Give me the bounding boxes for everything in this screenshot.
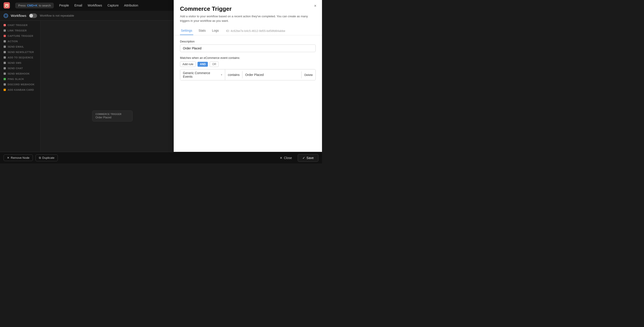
panel-title: Commerce Trigger bbox=[180, 5, 316, 12]
add-kanban-card-dot bbox=[4, 89, 6, 91]
node-send-webhook[interactable]: Send Webhook bbox=[0, 71, 40, 76]
commerce-node-card[interactable]: Commerce Trigger Order Placed bbox=[92, 110, 132, 121]
duplicate-button[interactable]: ⧉ Duplicate bbox=[36, 155, 58, 161]
commerce-trigger-panel: × Commerce Trigger Add a visitor to your… bbox=[174, 0, 322, 152]
save-label: Save bbox=[306, 156, 314, 160]
close-label: Close bbox=[284, 156, 292, 160]
nav-workflows[interactable]: Workflows bbox=[88, 3, 102, 7]
node-action[interactable]: Action bbox=[0, 39, 40, 44]
duplicate-label: Duplicate bbox=[42, 156, 54, 159]
add-kanban-card-label: Add Kanban Card bbox=[8, 88, 34, 91]
link-trigger-label: Link Trigger bbox=[8, 29, 27, 32]
send-newsletter-dot bbox=[4, 51, 6, 53]
matches-label: Matches when an eCommerce event contains… bbox=[180, 56, 316, 59]
bottom-bar: ✕ Remove Node ⧉ Duplicate ✕ Close ✓ Save bbox=[0, 152, 322, 163]
and-button[interactable]: AND bbox=[198, 62, 208, 67]
ping-slack-label: Ping Slack bbox=[8, 78, 24, 80]
action-dot bbox=[4, 40, 6, 42]
workflow-title: Workflows bbox=[11, 14, 26, 17]
rule-field-chevron-icon: ▾ bbox=[221, 73, 222, 76]
tab-id: ID: 4c62be7e-b4c5-4612-9d55-bd58fd84abbe bbox=[226, 29, 285, 32]
rule-field-selector[interactable]: Generic Commerce Events ▾ bbox=[180, 69, 225, 80]
tab-settings[interactable]: Settings bbox=[180, 26, 193, 35]
remove-node-label: Remove Node bbox=[11, 156, 30, 159]
rule-delete-button[interactable]: Delete bbox=[301, 71, 316, 78]
rule-operator: contains bbox=[225, 71, 242, 78]
repeatable-toggle[interactable] bbox=[29, 13, 37, 18]
workflow-icon bbox=[4, 13, 8, 18]
tab-stats[interactable]: Stats bbox=[198, 26, 207, 35]
node-discord-webhook[interactable]: Discord Webhook bbox=[0, 82, 40, 87]
node-add-to-sequence[interactable]: Add to Sequence bbox=[0, 55, 40, 60]
send-webhook-label: Send Webhook bbox=[8, 72, 30, 75]
discord-webhook-label: Discord Webhook bbox=[8, 83, 34, 86]
workflow-subtitle: Workflow is not repeatable bbox=[40, 14, 74, 17]
save-button[interactable]: ✓ Save bbox=[298, 154, 318, 162]
nav-capture[interactable]: Capture bbox=[108, 3, 119, 7]
node-chat-trigger[interactable]: Chat Trigger bbox=[0, 22, 40, 28]
node-capture-trigger[interactable]: Capture Trigger bbox=[0, 33, 40, 39]
panel-tabs: Settings Stats Logs ID: 4c62be7e-b4c5-46… bbox=[180, 26, 316, 35]
commerce-node-title: Order Placed bbox=[96, 116, 129, 119]
send-email-dot bbox=[4, 46, 6, 48]
panel-description: Add a visitor to your workflow based on … bbox=[180, 14, 316, 23]
svg-point-0 bbox=[5, 14, 7, 17]
panel-content: Description Matches when an eCommerce ev… bbox=[174, 35, 322, 152]
node-link-trigger[interactable]: Link Trigger bbox=[0, 28, 40, 33]
rule-controls: Add rule AND OR bbox=[180, 61, 316, 67]
node-send-email[interactable]: Send Email bbox=[0, 44, 40, 49]
remove-node-button[interactable]: ✕ Remove Node bbox=[4, 155, 33, 161]
tab-logs[interactable]: Logs bbox=[211, 26, 220, 35]
save-checkmark-icon: ✓ bbox=[302, 156, 305, 160]
send-newsletter-label: Send Newsletter bbox=[8, 51, 34, 53]
chat-trigger-dot bbox=[4, 24, 6, 26]
or-button[interactable]: OR bbox=[210, 61, 219, 67]
node-ping-slack[interactable]: Ping Slack bbox=[0, 76, 40, 82]
send-email-label: Send Email bbox=[8, 45, 24, 48]
send-webhook-dot bbox=[4, 72, 6, 75]
commerce-node-header: Commerce Trigger bbox=[96, 113, 129, 115]
sidebar-nodes: Chat Trigger Link Trigger Capture Trigge… bbox=[0, 21, 40, 163]
search-bar[interactable]: Press CMD+K to search bbox=[15, 3, 54, 8]
nav-people[interactable]: People bbox=[59, 3, 69, 7]
capture-trigger-label: Capture Trigger bbox=[8, 34, 33, 37]
node-send-chat[interactable]: Send Chat bbox=[0, 66, 40, 71]
node-send-newsletter[interactable]: Send Newsletter bbox=[0, 49, 40, 55]
add-to-sequence-label: Add to Sequence bbox=[8, 56, 33, 59]
node-send-sms[interactable]: Send SMS bbox=[0, 60, 40, 66]
add-to-sequence-dot bbox=[4, 56, 6, 59]
duplicate-icon: ⧉ bbox=[39, 156, 41, 160]
description-input[interactable] bbox=[180, 44, 316, 52]
send-chat-label: Send Chat bbox=[8, 67, 23, 70]
send-sms-dot bbox=[4, 62, 6, 64]
send-sms-label: Send SMS bbox=[8, 61, 21, 64]
app-logo: 🐷 bbox=[4, 2, 10, 8]
nav-attribution[interactable]: Attribution bbox=[124, 3, 138, 7]
nav-email[interactable]: Email bbox=[74, 3, 82, 7]
panel-close-icon: × bbox=[314, 3, 316, 8]
action-label: Action bbox=[8, 40, 18, 43]
link-trigger-dot bbox=[4, 29, 6, 32]
capture-trigger-dot bbox=[4, 35, 6, 37]
node-add-kanban-card[interactable]: Add Kanban Card bbox=[0, 87, 40, 92]
search-suffix: to search bbox=[39, 4, 51, 7]
description-label: Description bbox=[180, 40, 316, 43]
search-cmd: CMD+K bbox=[27, 4, 38, 7]
close-icon: ✕ bbox=[280, 156, 282, 160]
panel-header: × Commerce Trigger Add a visitor to your… bbox=[174, 0, 322, 35]
rule-value-input[interactable] bbox=[242, 71, 301, 78]
chat-trigger-label: Chat Trigger bbox=[8, 24, 28, 26]
close-button[interactable]: ✕ Close bbox=[276, 155, 295, 161]
send-chat-dot bbox=[4, 67, 6, 69]
ping-slack-dot bbox=[4, 78, 6, 80]
rule-row: Generic Commerce Events ▾ contains Delet… bbox=[180, 69, 316, 80]
add-rule-button[interactable]: Add rule bbox=[180, 61, 196, 67]
search-label: Press bbox=[18, 4, 26, 7]
discord-webhook-dot bbox=[4, 83, 6, 86]
panel-close-button[interactable]: × bbox=[312, 3, 318, 9]
remove-icon: ✕ bbox=[7, 156, 10, 159]
rule-field-value: Generic Commerce Events bbox=[183, 71, 220, 78]
